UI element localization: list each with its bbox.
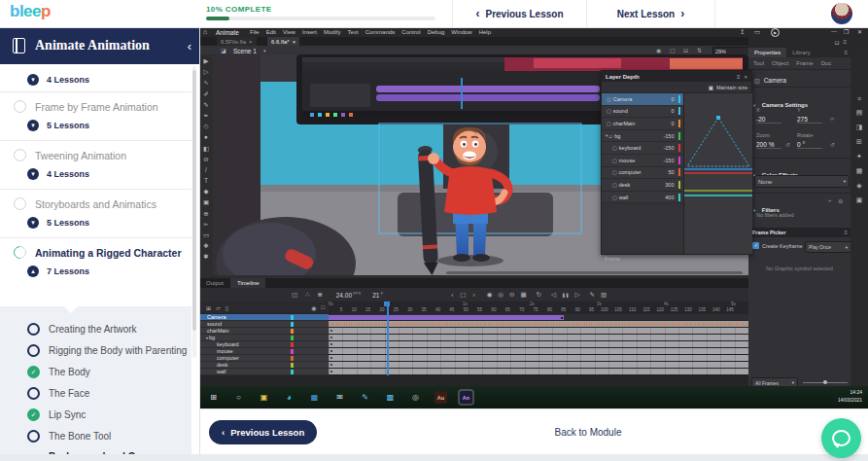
new-layer-icon[interactable]: ⊞ [206,304,211,311]
tab-library[interactable]: Library [786,48,816,57]
camera-toggle-icon[interactable]: ◫ [292,291,297,299]
timeline-layer-row[interactable]: wall [199,369,748,375]
frame-size-slider[interactable] [803,382,848,383]
layer-depth-value[interactable]: 300 [665,182,674,188]
taskbar-icon[interactable]: ✉ [333,391,346,404]
layer-track[interactable] [329,369,748,375]
window-minimize-icon[interactable]: — [831,28,837,34]
tool-icon[interactable]: ▣ [203,198,209,205]
layer-depth-value[interactable]: 0 [671,96,674,102]
tool-icon[interactable]: ▶ [204,57,209,64]
tab-timeline[interactable]: Timeline [230,278,265,288]
link-xy-icon[interactable]: ∞ [830,116,834,122]
bleep-logo[interactable]: bleep [10,2,51,21]
menu-item[interactable]: Insert [302,29,317,35]
layer-track[interactable] [329,348,748,355]
chat-button[interactable] [821,418,861,458]
play-mode-dropdown[interactable]: Play Once ▾ [805,241,851,253]
module-expand-badge[interactable]: ▾ [27,74,39,86]
menu-item[interactable]: View [283,29,295,35]
tab-properties[interactable]: Properties [748,48,786,57]
user-avatar[interactable] [831,3,852,24]
mode-tab[interactable]: Object [772,60,788,66]
mode-tab[interactable]: Tool [753,60,764,66]
taskbar-icon[interactable]: ▣ [258,391,270,404]
tool-icon[interactable]: ✂ [203,221,208,228]
panel-menu-icon[interactable]: ≡ [737,74,741,80]
docked-panel-icon[interactable]: ▦ [856,167,863,175]
timeline-layer-row[interactable]: mouse [199,348,748,355]
module-expand-badge[interactable]: ▾ [27,120,39,131]
layer-depth-row[interactable]: ▢ sound 0 [602,106,683,119]
docked-panel-icon[interactable]: ≡ [857,95,861,102]
taskbar-icon[interactable]: Au [434,391,447,404]
folder-expand-icon[interactable]: ▾ [206,336,208,340]
layer-depth-value[interactable]: -150 [663,133,674,139]
layer-track[interactable] [329,328,748,335]
home-icon[interactable]: ⌂ [203,28,207,35]
tab-output[interactable]: Output [199,278,230,288]
maintain-size-row[interactable]: ▣ Maintain size [602,82,751,93]
stage-horizontal-scrollbar[interactable] [446,271,743,274]
sidebar-module[interactable]: Animating a Rigged Character ▴ 7 Lessons [0,237,191,286]
test-movie-icon[interactable]: ▶ [771,28,780,37]
taskbar-icon[interactable]: An [460,391,472,404]
module-expand-badge[interactable]: ▾ [27,168,39,180]
layer-depth-value[interactable]: -150 [663,145,674,151]
chevron-down-icon[interactable]: ▾ [263,48,266,53]
playhead-line[interactable] [387,301,389,375]
tool-icon[interactable]: ◧ [203,145,209,152]
layer-depth-value[interactable]: -150 [663,158,674,163]
tool-icon[interactable]: ✱ [203,253,208,260]
module-expand-badge[interactable]: ▾ [27,217,39,229]
layer-name-cell[interactable]: desk [199,362,329,369]
layer-name-cell[interactable]: Camera [199,314,329,321]
timeline-layer-row[interactable]: desk [199,362,748,369]
docked-panel-icon[interactable]: ✦ [856,153,862,160]
timeline-layer-row[interactable]: computer [199,355,748,362]
menu-item[interactable]: Commands [365,29,396,35]
taskbar-clock[interactable]: 14:24 14/03/2021 [812,389,862,404]
layer-depth-row[interactable]: ▾ ▱ bg -150 [602,130,683,143]
menu-item[interactable]: Help [479,29,491,35]
layer-depth-row[interactable]: ▢ wall 400 [602,192,683,204]
frame-rate[interactable]: 24.00 FPS [336,291,361,299]
menu-item[interactable]: Window [451,29,471,35]
menu-item[interactable]: Edit [266,29,276,35]
menu-item[interactable]: Control [401,29,420,35]
dock-icon[interactable]: ≡ [843,39,847,45]
lock-all-icon[interactable]: □ [321,304,325,310]
tool-icon[interactable]: ∿ [203,79,208,86]
step-back-icon[interactable]: ‹ [451,292,453,299]
docked-panel-icon[interactable]: ▤ [856,109,863,117]
tool-icon[interactable]: T [204,177,208,184]
layer-track[interactable] [329,321,748,328]
taskbar-icon[interactable]: ◎ [409,391,422,404]
tool-icon[interactable]: ⊕ [203,210,208,217]
tool-icon[interactable]: ❖ [203,242,209,249]
onion-skin-icon[interactable]: ◉ [487,291,493,299]
previous-lesson-button[interactable]: ‹ Previous Lesson [209,420,317,444]
layer-name-cell[interactable]: mouse [199,348,329,355]
sidebar-collapse-icon[interactable]: ‹ [188,39,191,53]
docked-panel-icon[interactable]: ⊞ [856,138,862,146]
layer-depth-row[interactable]: ▢ mouse -150 [602,155,683,167]
tool-icon[interactable]: ▷ [204,68,209,75]
mode-tab[interactable]: Doc [821,60,832,66]
taskbar-icon[interactable]: ⊞ [207,391,220,404]
edit-icon[interactable]: ✎ [590,291,595,299]
taskbar-icon[interactable]: ○ [232,391,245,404]
module-expand-badge[interactable]: ▴ [27,266,39,277]
layer-track[interactable] [329,355,748,362]
dock-icon[interactable]: ⊡ [834,39,839,46]
reset-rotate-icon[interactable]: ↺ [830,141,835,148]
timeline-layer-row[interactable]: keyboard [199,341,748,348]
next-lesson-nav[interactable]: Next Lesson › [587,0,714,27]
sidebar-module[interactable]: Storyboards and Animatics ▾ 5 Lessons [0,189,191,237]
tool-icon[interactable]: ▭ [203,231,209,238]
layer-depth-header[interactable]: Layer Depth ≡× [602,71,751,82]
panel-menu-icon[interactable]: ≡ [844,50,848,55]
timeline-layer-row[interactable]: Camera [199,314,748,321]
menu-item[interactable]: Modify [324,29,341,35]
camera-rotate-field[interactable]: 0 ° [797,141,822,149]
